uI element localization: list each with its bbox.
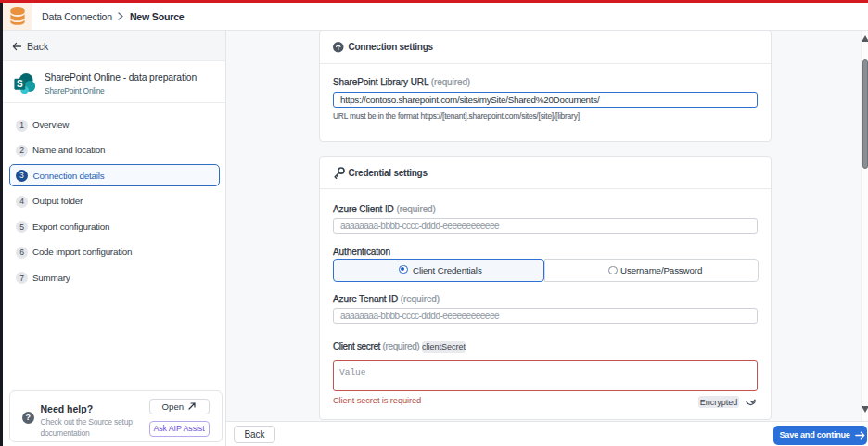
svg-text:S: S: [17, 79, 23, 89]
